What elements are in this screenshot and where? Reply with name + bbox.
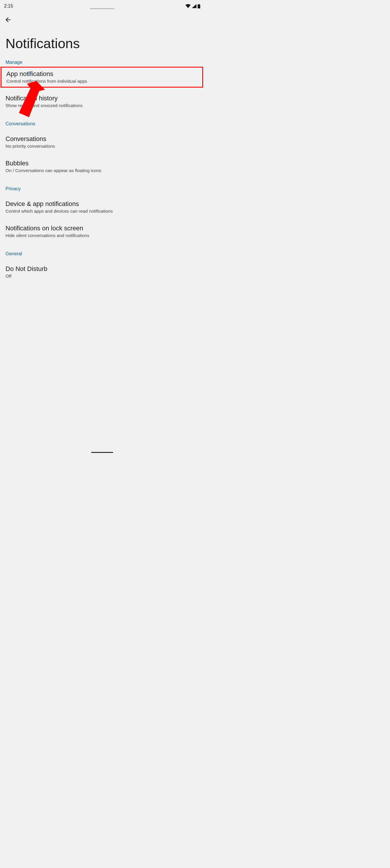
- list-item-lock-screen-notifications[interactable]: Notifications on lock screen Hide silent…: [0, 221, 204, 242]
- item-title: Device & app notifications: [5, 200, 199, 208]
- item-title: App notifications: [6, 70, 197, 78]
- item-title: Do Not Disturb: [5, 265, 199, 273]
- nav-handle[interactable]: [91, 452, 113, 453]
- list-item-app-notifications[interactable]: App notifications Control notifications …: [1, 67, 203, 88]
- section-header-manage: Manage: [0, 57, 204, 67]
- section-header-conversations: Conversations: [0, 119, 204, 128]
- drag-handle: [90, 8, 114, 9]
- item-subtitle: Control notifications from individual ap…: [6, 79, 197, 84]
- back-button[interactable]: [3, 14, 13, 25]
- list-item-device-app-notifications[interactable]: Device & app notifications Control which…: [0, 196, 204, 218]
- section-header-general: General: [0, 249, 204, 258]
- list-item-notification-history[interactable]: Notification history Show recent and sno…: [0, 91, 204, 112]
- item-title: Notifications on lock screen: [5, 224, 199, 232]
- item-subtitle: Hide silent conversations and notificati…: [5, 233, 199, 238]
- svg-rect-0: [198, 4, 200, 8]
- back-arrow-icon: [4, 16, 12, 24]
- wifi-icon: [185, 4, 191, 8]
- status-icons: [185, 4, 200, 8]
- item-title: Bubbles: [5, 160, 199, 167]
- item-subtitle: No priority conversations: [5, 144, 199, 149]
- list-item-bubbles[interactable]: Bubbles On / Conversations can appear as…: [0, 156, 204, 177]
- svg-rect-1: [199, 4, 199, 5]
- list-item-do-not-disturb[interactable]: Do Not Disturb Off: [0, 261, 204, 283]
- section-header-privacy: Privacy: [0, 184, 204, 193]
- status-time: 2:15: [4, 3, 13, 9]
- list-item-conversations[interactable]: Conversations No priority conversations: [0, 131, 204, 153]
- item-subtitle: On / Conversations can appear as floatin…: [5, 168, 199, 173]
- item-title: Conversations: [5, 135, 199, 143]
- item-subtitle: Control which apps and devices can read …: [5, 209, 199, 214]
- battery-icon: [198, 4, 200, 8]
- page-title: Notifications: [5, 35, 80, 51]
- status-bar: 2:15: [0, 0, 204, 9]
- signal-icon: [192, 4, 197, 8]
- item-subtitle: Show recent and snoozed notifications: [5, 103, 199, 108]
- item-title: Notification history: [5, 95, 199, 102]
- item-subtitle: Off: [5, 274, 199, 279]
- settings-list: Manage App notifications Control notific…: [0, 57, 204, 283]
